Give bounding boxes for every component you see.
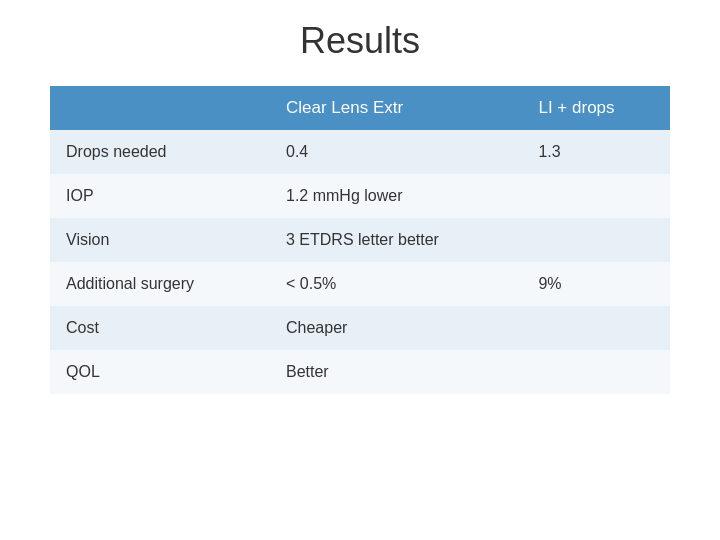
row-label: Cost (50, 306, 270, 350)
row-col1: < 0.5% (270, 262, 522, 306)
table-row: QOLBetter (50, 350, 670, 394)
results-table-wrapper: Clear Lens Extr LI + drops Drops needed0… (50, 86, 670, 394)
row-label: Additional surgery (50, 262, 270, 306)
row-col1: 3 ETDRS letter better (270, 218, 522, 262)
row-col2: 1.3 (522, 130, 670, 174)
col-header-clear-lens: Clear Lens Extr (270, 86, 522, 130)
table-row: Drops needed0.41.3 (50, 130, 670, 174)
table-row: Additional surgery< 0.5%9% (50, 262, 670, 306)
row-col2 (522, 174, 670, 218)
table-row: Vision3 ETDRS letter better (50, 218, 670, 262)
row-col2: 9% (522, 262, 670, 306)
row-col2 (522, 306, 670, 350)
row-col1: 0.4 (270, 130, 522, 174)
row-col1: 1.2 mmHg lower (270, 174, 522, 218)
row-label: IOP (50, 174, 270, 218)
row-col1: Better (270, 350, 522, 394)
row-label: Drops needed (50, 130, 270, 174)
col-header-li-drops: LI + drops (522, 86, 670, 130)
col-header-empty (50, 86, 270, 130)
row-label: QOL (50, 350, 270, 394)
row-label: Vision (50, 218, 270, 262)
table-row: CostCheaper (50, 306, 670, 350)
row-col2 (522, 350, 670, 394)
results-table: Clear Lens Extr LI + drops Drops needed0… (50, 86, 670, 394)
row-col2 (522, 218, 670, 262)
table-row: IOP1.2 mmHg lower (50, 174, 670, 218)
table-header-row: Clear Lens Extr LI + drops (50, 86, 670, 130)
row-col1: Cheaper (270, 306, 522, 350)
page-title: Results (300, 20, 420, 62)
